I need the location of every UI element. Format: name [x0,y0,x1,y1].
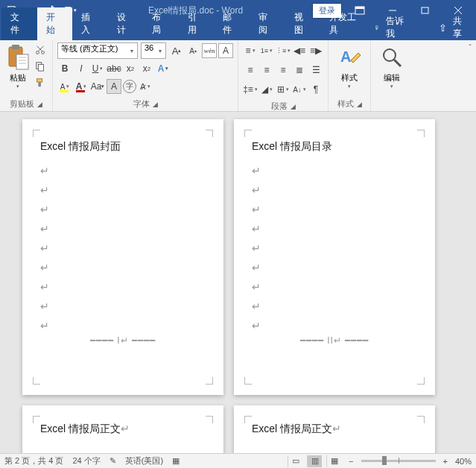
share-button[interactable]: 共享 [453,15,470,40]
paste-button[interactable]: 粘贴 ▾ [4,42,31,89]
superscript-button[interactable]: x2 [139,61,154,76]
page1-title: Excel 情报局封面 [40,140,206,154]
shrink-font-icon[interactable]: A▾ [185,43,200,58]
line-spacing-icon[interactable]: ‡≡ [243,82,258,97]
tab-view[interactable]: 视图 [285,7,321,40]
paragraph-mark: ↵ [40,316,206,335]
svg-rect-18 [38,64,43,71]
page-count[interactable]: 第 2 页，共 4 页 [4,455,63,467]
paragraph-mark: ↵ [252,316,417,335]
strike-button[interactable]: abc [107,61,121,76]
paragraph-mark: ↵ [40,297,206,316]
paragraph-mark: ↵ [252,161,417,180]
macro-icon[interactable]: ▦ [172,456,180,466]
paragraph-launcher-icon[interactable]: ◢ [291,103,296,110]
shading-icon[interactable]: ◢ [259,82,274,97]
language-status[interactable]: 英语(美国) [125,455,163,467]
tab-file[interactable]: 文件 [1,7,37,40]
subscript-button[interactable]: x2 [123,61,138,76]
clipboard-launcher-icon[interactable]: ◢ [37,101,42,108]
grow-font-icon[interactable]: A▴ [169,43,184,58]
tab-insert[interactable]: 插入 [72,7,108,40]
font-color-icon[interactable]: A [74,79,89,94]
tab-design[interactable]: 设计 [108,7,144,40]
paragraph-mark: ↵ [252,258,417,277]
read-mode-icon[interactable]: ▭ [288,455,302,467]
print-layout-icon[interactable]: ▥ [307,455,322,467]
svg-line-23 [394,60,401,66]
tab-references[interactable]: 引用 [179,7,215,40]
zoom-out-icon[interactable]: − [346,457,356,466]
char-border-icon[interactable]: A [218,43,233,58]
tellme-label[interactable]: 告诉我 [386,15,412,40]
tab-home[interactable]: 开始 [37,7,73,40]
sort-icon[interactable]: A↓ [292,82,307,97]
cut-icon[interactable] [33,42,48,57]
font-size-select[interactable]: 36 [141,42,166,59]
group-paragraph: ≡ 1≡ ⋮≡ ◀≡ ≡▶ ≡ ≡ ≡ ≣ ☰ ‡≡ ◢ ⊞ A↓ ¶ 段落◢ [238,40,329,111]
copy-icon[interactable] [33,59,48,74]
bullets-icon[interactable]: ≡ [243,43,258,58]
styles-button[interactable]: A 样式 ▾ [333,42,366,89]
paragraph-mark: ↵ [40,277,206,297]
numbering-icon[interactable]: 1≡ [259,43,274,58]
styles-launcher-icon[interactable]: ◢ [357,101,362,108]
align-right-icon[interactable]: ≡ [276,63,291,78]
show-marks-icon[interactable]: ¶ [308,82,323,97]
increase-indent-icon[interactable]: ≡▶ [308,43,323,58]
char-shading-icon[interactable]: A [107,79,121,94]
section-break: ━━━━ I↵ ━━━━ [40,335,206,346]
page-1: Excel 情报局封面 ↵ ↵ ↵ ↵ ↵ ↵ ↵ ↵ ↵ ━━━━ I↵ ━━… [22,119,223,395]
spellcheck-icon[interactable]: ✎ [110,456,116,466]
font-launcher-icon[interactable]: ◢ [153,101,158,108]
zoom-in-icon[interactable]: + [440,457,451,466]
tab-developer[interactable]: 开发工具 [320,7,373,40]
page-3: Excel 情报局正文↵ [22,405,223,453]
paragraph-mark: ↵ [40,238,206,258]
text-effects-icon[interactable]: A [156,61,171,76]
svg-point-22 [384,49,396,61]
page-4: Excel 情报局正文↵ [234,405,435,453]
clear-format-icon[interactable]: A̷ [138,79,153,94]
collapse-ribbon-icon[interactable]: ˆ [464,40,476,111]
group-clipboard: 粘贴 ▾ 剪贴板◢ [0,40,53,111]
page2-title: Excel 情报局目录 [252,140,417,154]
word-count[interactable]: 24 个字 [72,455,100,467]
multilevel-icon[interactable]: ⋮≡ [276,43,291,58]
tab-layout[interactable]: 布局 [143,7,179,40]
decrease-indent-icon[interactable]: ◀≡ [292,43,307,58]
web-layout-icon[interactable]: ▦ [326,455,341,467]
paragraph-mark: ↵ [40,219,206,238]
distribute-icon[interactable]: ☰ [308,63,323,78]
bold-button[interactable]: B [57,61,72,76]
highlight-icon[interactable]: A [57,79,72,94]
align-left-icon[interactable]: ≡ [243,63,258,78]
svg-rect-20 [38,82,41,86]
change-case-icon[interactable]: Aa▾ [90,79,105,94]
ribbon: 粘贴 ▾ 剪贴板◢ 等线 (西文正文)▾ 36▾ A▴ A▾ wén A B [0,40,476,112]
tellme-icon[interactable]: ♀ [373,22,380,33]
share-icon[interactable]: ⇧ [439,22,447,34]
phonetic-guide-icon[interactable]: wén [202,43,217,58]
enclose-char-icon[interactable]: 字 [123,80,136,93]
format-painter-icon[interactable] [33,75,48,90]
zoom-slider[interactable] [361,460,436,462]
paragraph-mark: ↵ [252,200,417,219]
align-center-icon[interactable]: ≡ [259,63,274,78]
svg-text:A: A [340,48,351,65]
section-break: ━━━━ II↵ ━━━━ [252,335,417,346]
zoom-level[interactable]: 40% [455,457,472,466]
tab-review[interactable]: 审阅 [250,7,285,40]
paragraph-mark: ↵ [252,219,417,238]
justify-icon[interactable]: ≣ [292,63,307,78]
page4-title: Excel 情报局正文↵ [252,419,417,438]
font-name-select[interactable]: 等线 (西文正文) [57,42,138,59]
tab-mailings[interactable]: 邮件 [214,7,250,40]
underline-button[interactable]: U [90,61,105,76]
italic-button[interactable]: I [74,61,89,76]
borders-icon[interactable]: ⊞ [276,82,291,97]
svg-rect-9 [16,54,28,69]
document-area[interactable]: Excel 情报局封面 ↵ ↵ ↵ ↵ ↵ ↵ ↵ ↵ ↵ ━━━━ I↵ ━━… [0,112,476,453]
editing-button[interactable]: 编辑 ▾ [375,42,408,89]
svg-rect-4 [422,7,428,13]
